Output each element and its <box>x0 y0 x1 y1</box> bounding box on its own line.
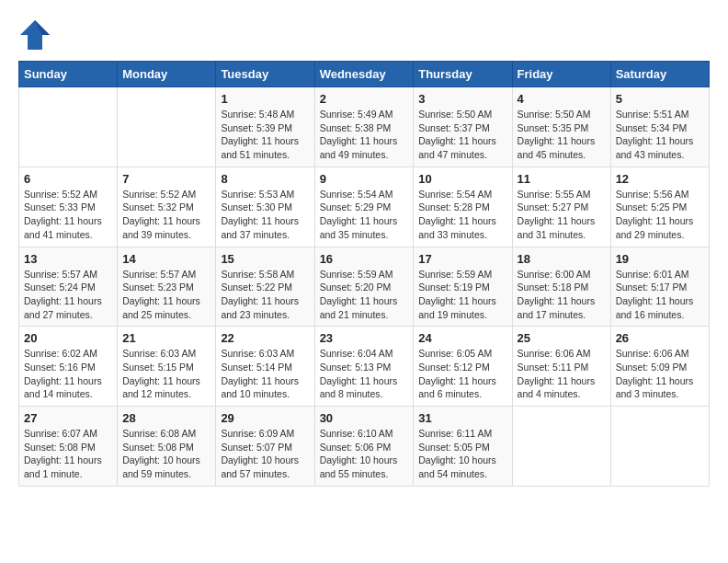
calendar-cell: 29Sunrise: 6:09 AM Sunset: 5:07 PM Dayli… <box>216 407 314 487</box>
day-number: 12 <box>616 172 704 186</box>
calendar-cell <box>610 407 709 487</box>
day-info: Sunrise: 6:02 AM Sunset: 5:16 PM Dayligh… <box>24 347 112 401</box>
calendar-cell: 18Sunrise: 6:00 AM Sunset: 5:18 PM Dayli… <box>512 247 610 327</box>
day-number: 29 <box>221 411 309 425</box>
day-info: Sunrise: 6:00 AM Sunset: 5:18 PM Dayligh… <box>518 268 606 322</box>
day-number: 26 <box>616 331 704 345</box>
calendar-cell: 28Sunrise: 6:08 AM Sunset: 5:08 PM Dayli… <box>118 407 216 487</box>
calendar-cell: 12Sunrise: 5:56 AM Sunset: 5:25 PM Dayli… <box>610 167 709 247</box>
calendar-cell: 27Sunrise: 6:07 AM Sunset: 5:08 PM Dayli… <box>19 407 118 487</box>
day-number: 31 <box>418 411 506 425</box>
calendar-cell: 30Sunrise: 6:10 AM Sunset: 5:06 PM Dayli… <box>314 407 414 487</box>
day-number: 16 <box>320 252 409 266</box>
calendar-cell: 17Sunrise: 5:59 AM Sunset: 5:19 PM Dayli… <box>414 247 512 327</box>
calendar-cell: 6Sunrise: 5:52 AM Sunset: 5:33 PM Daylig… <box>19 167 118 247</box>
calendar-cell: 23Sunrise: 6:04 AM Sunset: 5:13 PM Dayli… <box>314 327 414 407</box>
calendar-cell: 26Sunrise: 6:06 AM Sunset: 5:09 PM Dayli… <box>610 327 709 407</box>
logo <box>18 18 51 52</box>
weekday-header: Tuesday <box>216 62 314 87</box>
day-number: 25 <box>518 331 606 345</box>
day-info: Sunrise: 5:52 AM Sunset: 5:32 PM Dayligh… <box>122 188 210 242</box>
day-info: Sunrise: 5:59 AM Sunset: 5:20 PM Dayligh… <box>320 268 409 322</box>
day-info: Sunrise: 5:54 AM Sunset: 5:29 PM Dayligh… <box>320 188 409 242</box>
day-number: 1 <box>221 92 309 106</box>
day-number: 19 <box>616 252 704 266</box>
weekday-row: SundayMondayTuesdayWednesdayThursdayFrid… <box>19 62 710 87</box>
day-number: 24 <box>418 331 506 345</box>
day-number: 21 <box>122 331 210 345</box>
day-info: Sunrise: 6:03 AM Sunset: 5:14 PM Dayligh… <box>221 347 309 401</box>
day-info: Sunrise: 5:50 AM Sunset: 5:37 PM Dayligh… <box>418 108 506 162</box>
day-info: Sunrise: 5:54 AM Sunset: 5:28 PM Dayligh… <box>418 188 506 242</box>
weekday-header: Friday <box>512 62 610 87</box>
weekday-header: Wednesday <box>314 62 414 87</box>
day-number: 30 <box>320 411 409 425</box>
calendar-cell: 20Sunrise: 6:02 AM Sunset: 5:16 PM Dayli… <box>19 327 118 407</box>
weekday-header: Sunday <box>19 62 118 87</box>
calendar-header: SundayMondayTuesdayWednesdayThursdayFrid… <box>19 62 710 87</box>
day-number: 22 <box>221 331 309 345</box>
calendar-cell <box>118 87 216 167</box>
day-info: Sunrise: 5:52 AM Sunset: 5:33 PM Dayligh… <box>24 188 112 242</box>
weekday-header: Saturday <box>610 62 709 87</box>
day-number: 11 <box>518 172 606 186</box>
calendar-cell: 4Sunrise: 5:50 AM Sunset: 5:35 PM Daylig… <box>512 87 610 167</box>
day-info: Sunrise: 6:11 AM Sunset: 5:05 PM Dayligh… <box>418 427 506 481</box>
day-info: Sunrise: 5:57 AM Sunset: 5:23 PM Dayligh… <box>122 268 210 322</box>
day-info: Sunrise: 6:07 AM Sunset: 5:08 PM Dayligh… <box>24 427 112 481</box>
calendar-cell: 9Sunrise: 5:54 AM Sunset: 5:29 PM Daylig… <box>314 167 414 247</box>
calendar-cell: 5Sunrise: 5:51 AM Sunset: 5:34 PM Daylig… <box>610 87 709 167</box>
calendar-cell <box>19 87 118 167</box>
day-info: Sunrise: 5:57 AM Sunset: 5:24 PM Dayligh… <box>24 268 112 322</box>
calendar-cell: 13Sunrise: 5:57 AM Sunset: 5:24 PM Dayli… <box>19 247 118 327</box>
day-info: Sunrise: 6:04 AM Sunset: 5:13 PM Dayligh… <box>320 347 409 401</box>
calendar-week-row: 6Sunrise: 5:52 AM Sunset: 5:33 PM Daylig… <box>19 167 710 247</box>
day-number: 18 <box>518 252 606 266</box>
calendar-cell: 10Sunrise: 5:54 AM Sunset: 5:28 PM Dayli… <box>414 167 512 247</box>
day-info: Sunrise: 5:59 AM Sunset: 5:19 PM Dayligh… <box>418 268 506 322</box>
calendar-table: SundayMondayTuesdayWednesdayThursdayFrid… <box>18 61 710 487</box>
day-info: Sunrise: 6:10 AM Sunset: 5:06 PM Dayligh… <box>320 427 409 481</box>
calendar-cell: 25Sunrise: 6:06 AM Sunset: 5:11 PM Dayli… <box>512 327 610 407</box>
day-number: 6 <box>24 172 112 186</box>
day-number: 23 <box>320 331 409 345</box>
calendar-cell: 21Sunrise: 6:03 AM Sunset: 5:15 PM Dayli… <box>118 327 216 407</box>
day-number: 15 <box>221 252 309 266</box>
day-number: 5 <box>616 92 704 106</box>
day-info: Sunrise: 5:56 AM Sunset: 5:25 PM Dayligh… <box>616 188 704 242</box>
day-info: Sunrise: 6:08 AM Sunset: 5:08 PM Dayligh… <box>122 427 210 481</box>
day-info: Sunrise: 5:49 AM Sunset: 5:38 PM Dayligh… <box>320 108 409 162</box>
day-number: 4 <box>518 92 606 106</box>
calendar-week-row: 1Sunrise: 5:48 AM Sunset: 5:39 PM Daylig… <box>19 87 710 167</box>
page-header <box>18 18 710 52</box>
day-number: 9 <box>320 172 409 186</box>
logo-icon <box>18 18 51 52</box>
calendar-cell: 11Sunrise: 5:55 AM Sunset: 5:27 PM Dayli… <box>512 167 610 247</box>
weekday-header: Monday <box>118 62 216 87</box>
weekday-header: Thursday <box>414 62 512 87</box>
day-info: Sunrise: 5:55 AM Sunset: 5:27 PM Dayligh… <box>518 188 606 242</box>
calendar-cell: 22Sunrise: 6:03 AM Sunset: 5:14 PM Dayli… <box>216 327 314 407</box>
day-number: 20 <box>24 331 112 345</box>
day-number: 28 <box>122 411 210 425</box>
calendar-cell: 8Sunrise: 5:53 AM Sunset: 5:30 PM Daylig… <box>216 167 314 247</box>
day-number: 7 <box>122 172 210 186</box>
calendar-body: 1Sunrise: 5:48 AM Sunset: 5:39 PM Daylig… <box>19 87 710 487</box>
calendar-cell: 15Sunrise: 5:58 AM Sunset: 5:22 PM Dayli… <box>216 247 314 327</box>
day-number: 13 <box>24 252 112 266</box>
day-info: Sunrise: 5:53 AM Sunset: 5:30 PM Dayligh… <box>221 188 309 242</box>
day-number: 27 <box>24 411 112 425</box>
day-number: 10 <box>418 172 506 186</box>
day-info: Sunrise: 5:51 AM Sunset: 5:34 PM Dayligh… <box>616 108 704 162</box>
calendar-cell: 24Sunrise: 6:05 AM Sunset: 5:12 PM Dayli… <box>414 327 512 407</box>
day-info: Sunrise: 6:09 AM Sunset: 5:07 PM Dayligh… <box>221 427 309 481</box>
calendar-cell: 7Sunrise: 5:52 AM Sunset: 5:32 PM Daylig… <box>118 167 216 247</box>
day-number: 2 <box>320 92 409 106</box>
day-info: Sunrise: 6:03 AM Sunset: 5:15 PM Dayligh… <box>122 347 210 401</box>
calendar-cell: 16Sunrise: 5:59 AM Sunset: 5:20 PM Dayli… <box>314 247 414 327</box>
day-number: 3 <box>418 92 506 106</box>
day-number: 14 <box>122 252 210 266</box>
day-info: Sunrise: 5:50 AM Sunset: 5:35 PM Dayligh… <box>518 108 606 162</box>
calendar-cell <box>512 407 610 487</box>
calendar-cell: 19Sunrise: 6:01 AM Sunset: 5:17 PM Dayli… <box>610 247 709 327</box>
